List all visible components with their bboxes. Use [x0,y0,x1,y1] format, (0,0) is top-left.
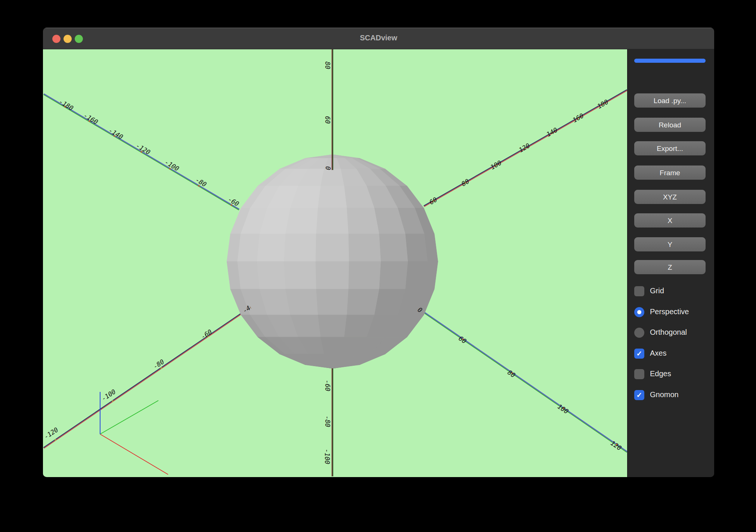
load-py-button[interactable]: Load .py... [634,93,706,108]
grid-checkbox[interactable] [634,286,644,296]
perspective-label: Perspective [650,307,689,316]
check-icon: ✓ [634,390,644,400]
y-button[interactable]: Y [634,237,706,251]
orthogonal-radio[interactable] [634,328,644,338]
gnomon-checkbox[interactable]: ✓ [634,390,644,400]
reload-button[interactable]: Reload [634,118,706,132]
sphere-mesh [227,155,438,368]
x-axis-positive [410,303,627,452]
window-title: SCADview [43,34,714,42]
radio-dot-icon [637,310,641,314]
gnomon [100,392,168,474]
x-axis-negative [43,94,239,210]
gnomon-label: Gnomon [650,390,679,399]
z-axis-positive [332,49,333,170]
title-bar[interactable]: SCADview [43,28,714,49]
scene-canvas[interactable] [43,49,627,476]
edges-label: Edges [650,369,671,378]
viewport-3d[interactable]: -180-160-140-120-100-80-6006080100120-12… [43,49,627,477]
y-axis-positive [424,90,627,207]
x-button[interactable]: X [634,213,706,228]
progress-bar [634,59,706,63]
export-button[interactable]: Export... [634,141,706,155]
z-button[interactable]: Z [634,260,706,274]
gnomon-y-axis [100,400,158,434]
edges-checkbox[interactable] [634,369,644,379]
control-sidebar: Load .py...ReloadExport...FrameXYZXYZGri… [627,49,714,477]
perspective-radio[interactable] [634,307,644,317]
grid-label: Grid [650,287,664,295]
gnomon-x-axis [100,434,168,474]
check-icon: ✓ [634,349,644,359]
frame-button[interactable]: Frame [634,166,706,180]
axes-label: Axes [650,349,666,358]
orthogonal-label: Orthogonal [650,328,687,337]
xyz-button[interactable]: XYZ [634,190,706,204]
z-axis-negative [332,368,333,476]
app-window: SCADview -180-160-140-120-100-80-6006080… [43,28,714,477]
axes-checkbox[interactable]: ✓ [634,349,644,359]
y-axis-negative [43,309,248,448]
